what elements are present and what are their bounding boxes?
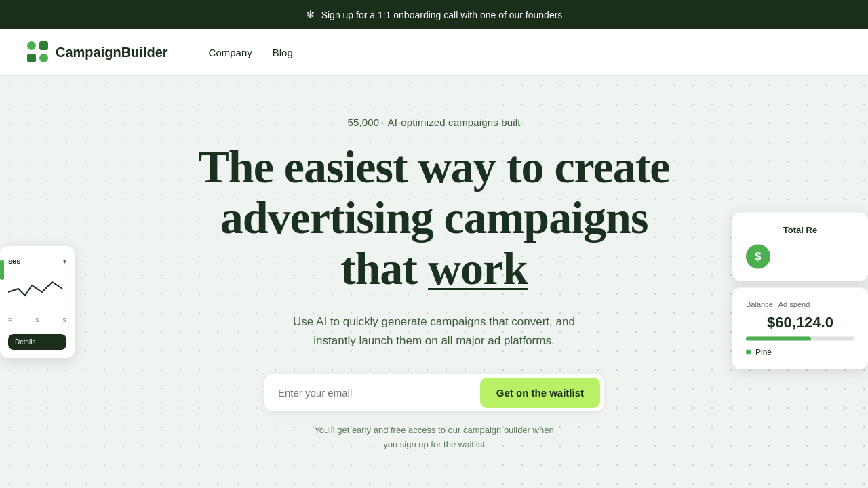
fine-print-line2: you sign up for the waitlist [383,439,485,449]
pine-dot [746,350,751,355]
label-s2: S [62,317,66,323]
logo[interactable]: CampaignBuilder [27,41,168,63]
balance-label: Balance [746,300,773,308]
nav-blog[interactable]: Blog [273,47,293,58]
ad-spend-label: Ad spend [778,300,810,308]
top-banner: ❄ Sign up for a 1:1 onboarding call with… [0,0,868,29]
pine-badge: Pine [746,348,854,357]
nav-company[interactable]: Company [209,47,252,58]
nav-links: Company Blog [209,47,293,58]
logo-dot-4 [39,54,48,62]
logo-text: CampaignBuilder [56,45,168,60]
left-floating-card: ses ▾ F S S Details [0,246,75,358]
green-indicator [0,260,4,280]
label-s: S [35,317,39,323]
left-card-title: ses [8,257,20,265]
hero-title: The easiest way to create advertising ca… [163,142,705,293]
banner-text: Sign up for a 1:1 onboarding call with o… [321,9,563,20]
fine-print-line1: You'll get early and free access to our … [314,425,553,435]
hero-section: ses ▾ F S S Details 55,000+ AI-optimized… [0,76,868,488]
waitlist-button[interactable]: Get on the waitlist [480,378,600,408]
logo-dot-3 [27,54,36,62]
details-button[interactable]: Details [8,334,66,350]
pine-label: Pine [755,348,772,357]
hero-title-line1: The easiest way to create [198,141,669,192]
navbar: CampaignBuilder Company Blog [0,29,868,76]
chart-labels: F S S [8,317,66,323]
chevron-down-icon: ▾ [63,258,66,265]
label-f: F [8,317,12,323]
fine-print: You'll get early and free access to our … [314,424,553,452]
balance-amount: $60,124.0 [746,314,854,331]
right-card-top-title: Total Re [746,225,854,235]
progress-bar [746,337,854,341]
logo-icon [27,41,49,63]
snowflake-icon: ❄ [306,8,315,21]
email-form: Get on the waitlist [264,374,604,411]
email-input[interactable] [264,374,477,411]
hero-subtitle: 55,000+ AI-optimized campaigns built [347,117,520,128]
dollar-circle: $ [746,245,770,269]
right-card-top: Total Re $ [732,213,868,281]
hero-description: Use AI to quickly generate campaigns tha… [293,312,575,349]
logo-dot-2 [39,41,48,50]
right-floating-cards: Total Re $ Balance Ad spend $60,124.0 Pi… [732,213,868,369]
hero-title-highlight: work [428,243,528,294]
hero-desc-line2: instantly launch them on all major ad pl… [313,334,554,347]
progress-bar-fill [746,337,811,341]
logo-dot-1 [27,41,36,50]
right-card-bottom: Balance Ad spend $60,124.0 Pine [732,288,868,369]
mini-chart [8,272,66,312]
hero-desc-line1: Use AI to quickly generate campaigns tha… [293,315,575,328]
